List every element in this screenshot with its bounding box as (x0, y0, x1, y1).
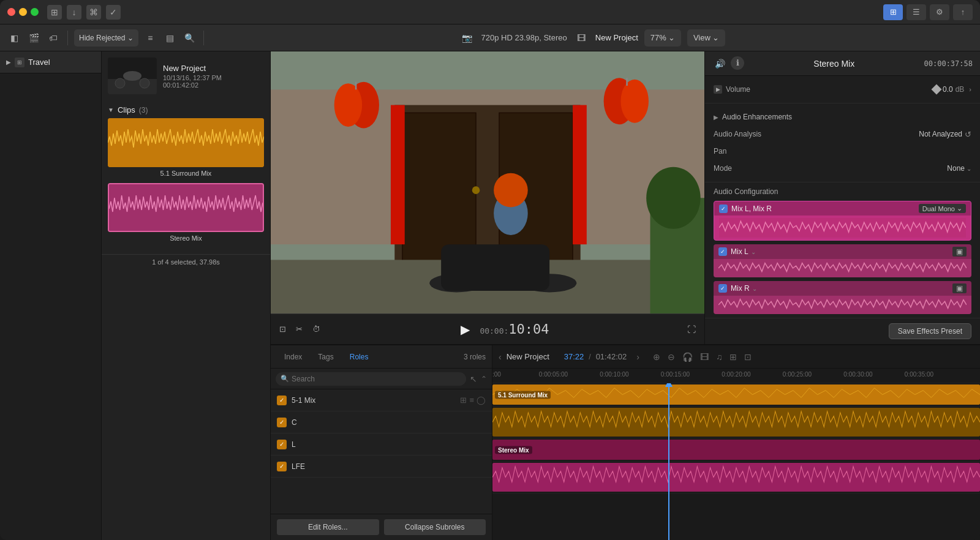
browser-top: New Project 10/13/16, 12:37 PM 00:01:42:… (102, 51, 270, 254)
analysis-icon[interactable]: ↺ (965, 130, 971, 139)
filter-label: Hide Rejected (79, 34, 125, 42)
tl-zoom-out-icon[interactable]: ⊖ (665, 351, 677, 363)
role-item-l[interactable]: ✓ L (271, 433, 492, 456)
browser-status: 1 of 4 selected, 37.98s (102, 254, 270, 269)
sidebar-travel-item[interactable]: ▶ ⊞ Travel (0, 51, 101, 73)
clip-item-stereo[interactable]: Stereo Mix (108, 183, 264, 242)
info-icon[interactable]: ℹ (731, 56, 744, 70)
audio-enhancements-header[interactable]: ▶ Audio Enhancements (714, 108, 971, 126)
grid-view-btn[interactable]: ⊞ (883, 4, 903, 20)
tag-icon[interactable]: 🏷 (45, 30, 61, 46)
mode-chevron-icon[interactable]: ⌄ (967, 165, 971, 172)
tl-audio-icon[interactable]: ♫ (714, 351, 725, 363)
channel-mix-l[interactable]: ✓ Mix L ⌄ ▣ (714, 244, 971, 277)
volume-label: Volume (726, 85, 933, 94)
pointer-tool-icon[interactable]: ↖ (470, 374, 477, 384)
ch2-chevron-icon[interactable]: ⌄ (751, 249, 756, 255)
track-clip-3[interactable]: Stereo Mix (492, 440, 980, 460)
volume-row: ▶ Volume 0.0 dB › (714, 81, 971, 98)
filter-btn[interactable]: Hide Rejected ⌄ (74, 29, 138, 47)
share-btn[interactable]: ↑ (953, 4, 973, 20)
role-list-icon-51mix[interactable]: ≡ (469, 396, 474, 405)
timeline-nav-prev-icon[interactable]: ‹ (499, 352, 502, 362)
tl-zoom-in-icon[interactable]: ⊕ (650, 351, 663, 363)
channel-check-1[interactable]: ✓ (719, 204, 728, 213)
download-icon[interactable]: ↓ (67, 5, 81, 20)
tl-snap-icon[interactable]: ⊞ (727, 351, 739, 363)
clips-header: ▼ Clips (3) (108, 102, 264, 118)
channel-check-2[interactable]: ✓ (718, 247, 727, 256)
settings-btn[interactable]: ⚙ (930, 4, 949, 20)
channel-type-1[interactable]: Dual Mono ⌄ (919, 204, 966, 213)
tab-index[interactable]: Index (277, 350, 309, 364)
toolbar-sep-1 (67, 31, 68, 45)
disclosure-icon[interactable]: ▼ (108, 107, 114, 113)
svg-rect-21 (573, 105, 587, 245)
speed-btn[interactable]: ⏱ (310, 322, 323, 336)
search-icon: 🔍 (281, 375, 289, 383)
view-btn[interactable]: View ⌄ (687, 29, 725, 47)
list-icon[interactable]: ≡ (142, 30, 158, 46)
clip-thumbnail-stereo (108, 183, 264, 232)
tl-headphone-icon[interactable]: 🎧 (680, 351, 695, 363)
channel-mix-r[interactable]: ✓ Mix R ⌄ ▣ (714, 281, 971, 314)
expand-right-icon[interactable]: › (969, 86, 971, 93)
list-view-btn[interactable]: ☰ (907, 4, 926, 20)
titlebar-right-icons: ⊞ ☰ ⚙ ↑ (883, 4, 973, 20)
channel-name-2: Mix L ⌄ (731, 247, 949, 256)
fullscreen-btn[interactable]: ⛶ (685, 322, 698, 337)
ch3-chevron-icon[interactable]: ⌄ (752, 285, 757, 292)
library-icon[interactable]: ⊞ (47, 5, 62, 20)
minimize-button[interactable] (19, 8, 27, 16)
track-clip-1[interactable]: 5.1 Surround Mix (492, 384, 980, 405)
selection-status: 1 of 4 selected, 37.98s (152, 258, 220, 266)
play-btn[interactable]: ▶ (458, 320, 472, 339)
save-preset-button[interactable]: Save Effects Preset (889, 323, 971, 339)
audio-analysis-value-group: Not Analyzed ↺ (919, 130, 971, 139)
transform-btn[interactable]: ✂ (293, 322, 305, 336)
film-icon[interactable]: ▤ (162, 30, 178, 46)
role-circle-icon-51mix[interactable]: ◯ (477, 396, 486, 405)
clip-item-surround[interactable]: 5.1 Surround Mix (108, 118, 264, 177)
role-item-lfe[interactable]: ✓ LFE (271, 456, 492, 478)
timeline-nav-next-icon[interactable]: › (636, 352, 639, 362)
check-icon[interactable]: ✓ (106, 5, 121, 20)
track-content-3: Stereo Mix (492, 438, 980, 461)
camera-icon: 📷 (459, 30, 475, 46)
library-panel-icon[interactable]: ◧ (6, 30, 22, 46)
search-btn[interactable]: 🔍 (181, 30, 197, 46)
zoom-btn[interactable]: 77% ⌄ (644, 29, 681, 47)
maximize-button[interactable] (31, 8, 39, 16)
fit-btn[interactable]: ⊡ (277, 322, 288, 336)
role-item-51mix[interactable]: ✓ 5-1 Mix ⊞ ≡ ◯ (271, 389, 492, 411)
blade-icon[interactable]: ⌃ (481, 375, 487, 383)
tab-roles[interactable]: Roles (342, 350, 376, 364)
track-clip-4[interactable] (492, 463, 980, 492)
channel-waveform-3 (714, 296, 971, 314)
search-input[interactable] (292, 375, 461, 383)
tl-film-icon[interactable]: 🎞 (698, 351, 711, 363)
role-expand-icon-51mix[interactable]: ⊞ (460, 396, 467, 405)
timecode-display: 00:00: 10:04 (480, 321, 549, 337)
edit-roles-button[interactable]: Edit Roles... (277, 519, 379, 535)
project-card[interactable]: New Project 10/13/16, 12:37 PM 00:01:42:… (108, 58, 264, 94)
channel-name-1: Mix L, Mix R (731, 204, 915, 213)
close-button[interactable] (7, 8, 15, 16)
tl-expand-icon[interactable]: ⊡ (742, 351, 754, 363)
audio-config-title: Audio Configuration (714, 187, 971, 196)
channel-mix-lr[interactable]: ✓ Mix L, Mix R Dual Mono ⌄ (714, 201, 971, 241)
speaker-icon[interactable]: 🔊 (712, 56, 727, 71)
enhancements-title: Audio Enhancements (722, 113, 792, 121)
timecode-main: 10:04 (508, 321, 549, 337)
collapse-icon[interactable]: ▶ (714, 85, 722, 94)
role-check-51mix: ✓ (277, 396, 287, 405)
clip-icon[interactable]: 🎬 (26, 30, 42, 46)
channel-check-3[interactable]: ✓ (718, 284, 727, 293)
role-item-c[interactable]: ✓ C (271, 411, 492, 433)
collapse-subroles-button[interactable]: Collapse Subroles (384, 519, 486, 535)
key-icon[interactable]: ⌘ (86, 5, 101, 20)
track-clip-2[interactable] (492, 408, 980, 437)
project-duration: 00:01:42:02 (163, 81, 222, 89)
clip-icon2: 🎞 (573, 30, 589, 46)
tab-tags[interactable]: Tags (311, 350, 341, 364)
